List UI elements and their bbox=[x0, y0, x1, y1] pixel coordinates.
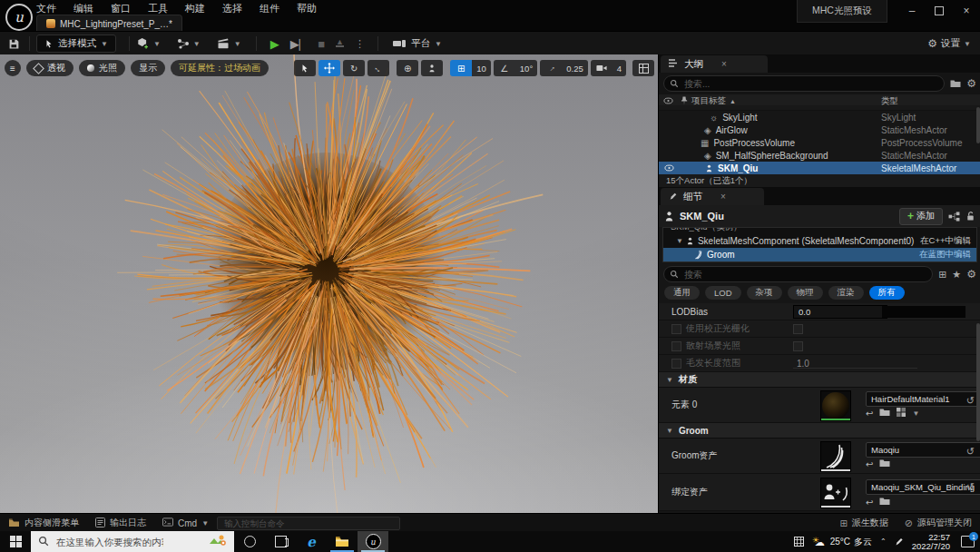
outliner-row-background[interactable]: ◈ SM_HalfSphereBackgroundStaticMeshActor bbox=[659, 149, 980, 162]
component-row-skeletalmesh[interactable]: ▼ SkeletalMeshComponent (SkeletalMeshCom… bbox=[663, 234, 976, 248]
material-thumbnail[interactable] bbox=[820, 390, 851, 421]
reset-to-default-icon[interactable]: ↺ bbox=[966, 481, 975, 493]
camera-speed-icon[interactable] bbox=[591, 60, 612, 76]
menu-tools[interactable]: 工具 bbox=[148, 2, 168, 15]
use-selected-icon[interactable]: ↩ bbox=[866, 459, 873, 469]
show-dropdown[interactable]: 显示 bbox=[131, 60, 165, 76]
grid-snap-value[interactable]: 10 bbox=[472, 60, 491, 76]
internet-explorer-icon[interactable]: e bbox=[296, 531, 327, 552]
view-mode-dropdown[interactable]: 光照 bbox=[79, 60, 125, 76]
rotate-tool-icon[interactable]: ↻ bbox=[343, 60, 365, 76]
details-settings-icon[interactable]: ⚙ bbox=[966, 268, 976, 281]
edit-in-blueprint-link[interactable]: 在蓝图中编辑 bbox=[919, 249, 971, 261]
angle-snap-value[interactable]: 10° bbox=[515, 60, 537, 76]
add-actor-dropdown[interactable]: ▼ bbox=[136, 37, 161, 50]
component-row-instance-clipped[interactable]: SKM_Qiu（实例） bbox=[663, 228, 976, 234]
menu-help[interactable]: 帮助 bbox=[297, 2, 317, 15]
lodbias-input[interactable]: 0.0 bbox=[793, 305, 887, 319]
frame-skip-button[interactable]: ▶▏ bbox=[290, 37, 307, 51]
blueprint-hierarchy-icon[interactable] bbox=[948, 212, 960, 222]
checkbox[interactable] bbox=[671, 341, 681, 351]
groom-asset-thumbnail[interactable] bbox=[820, 441, 851, 472]
cinematics-dropdown[interactable]: ▼ bbox=[217, 38, 241, 50]
maximize-viewport-icon[interactable] bbox=[632, 60, 654, 76]
use-selected-icon[interactable]: ↩ bbox=[866, 498, 873, 508]
eye-icon[interactable] bbox=[664, 164, 674, 172]
binding-asset-select[interactable]: Maoqiu_SKM_Qiu_Binding▼ bbox=[866, 479, 980, 495]
task-view-icon[interactable] bbox=[265, 531, 296, 552]
menu-build[interactable]: 构建 bbox=[185, 2, 205, 15]
browse-to-asset-icon[interactable] bbox=[879, 408, 890, 419]
menu-actor[interactable]: 组件 bbox=[260, 2, 279, 15]
checkbox[interactable] bbox=[793, 341, 803, 351]
ime-icon[interactable] bbox=[794, 537, 804, 547]
derived-data-button[interactable]: ⊞ 派生数据 bbox=[831, 514, 896, 532]
lock-icon[interactable] bbox=[965, 211, 975, 222]
camera-speed-value[interactable]: 4 bbox=[612, 60, 626, 76]
taskbar-clock[interactable]: 22:57 2022/7/20 bbox=[912, 533, 950, 551]
unreal-engine-taskbar-icon[interactable]: u bbox=[358, 531, 388, 552]
component-row-groom[interactable]: Groom 在蓝图中编辑 bbox=[663, 248, 976, 261]
browse-to-asset-icon[interactable] bbox=[879, 458, 890, 469]
filter-rendering[interactable]: 渲染 bbox=[828, 286, 864, 300]
outliner-scrollbar[interactable] bbox=[976, 107, 980, 143]
reset-to-default-icon[interactable]: ↺ bbox=[966, 446, 975, 458]
save-icon[interactable] bbox=[8, 38, 20, 50]
eject-button[interactable]: ▲ bbox=[336, 40, 344, 47]
groom-asset-select[interactable]: Maoqiu▼ bbox=[866, 442, 980, 458]
scalability-warning[interactable]: 可延展性：过场动画 bbox=[171, 60, 269, 76]
blueprints-dropdown[interactable]: ▼ bbox=[177, 38, 201, 49]
grid-snap-icon[interactable]: ⊞ bbox=[450, 60, 472, 76]
menu-edit[interactable]: 编辑 bbox=[74, 2, 93, 15]
angle-snap-icon[interactable]: ∠ bbox=[494, 60, 515, 76]
asset-tab[interactable]: MHC_LightingPreset_P_…* bbox=[36, 15, 182, 32]
tab-outliner[interactable]: 大纲 × bbox=[661, 55, 768, 73]
viewport-menu-icon[interactable]: ≡ bbox=[5, 60, 21, 76]
add-component-button[interactable]: + 添加 bbox=[899, 208, 943, 225]
groom-section-header[interactable]: ▼Groom bbox=[659, 423, 980, 439]
outliner-row-postprocess[interactable]: ▦ PostProcessVolumePostProcessVolume bbox=[659, 136, 980, 149]
file-explorer-icon[interactable] bbox=[327, 531, 358, 552]
filter-misc[interactable]: 杂项 bbox=[747, 286, 782, 300]
binding-asset-thumbnail[interactable] bbox=[820, 478, 851, 508]
reset-to-default-icon[interactable]: ↺ bbox=[966, 395, 975, 407]
use-selected-icon[interactable]: ↩ bbox=[866, 409, 873, 419]
close-button[interactable]: × bbox=[953, 0, 980, 22]
menu-select[interactable]: 选择 bbox=[222, 2, 242, 15]
checkbox[interactable] bbox=[671, 324, 681, 334]
lodbias-slider[interactable] bbox=[882, 306, 965, 318]
restore-button[interactable] bbox=[926, 0, 953, 22]
material-select[interactable]: HairDefaultMaterial1▼ bbox=[866, 391, 980, 407]
favorites-icon[interactable]: ★ bbox=[952, 269, 961, 281]
stop-button[interactable]: ■ bbox=[318, 37, 325, 51]
world-space-icon[interactable]: ⊕ bbox=[397, 60, 418, 76]
select-tool-icon[interactable] bbox=[294, 60, 316, 76]
scale-tool-icon[interactable]: ↔ bbox=[368, 60, 389, 76]
material-options-icon[interactable] bbox=[897, 408, 906, 419]
visibility-column-icon[interactable] bbox=[659, 97, 677, 104]
surface-snap-icon[interactable] bbox=[421, 60, 443, 76]
outliner-search-input[interactable] bbox=[663, 75, 945, 92]
play-button[interactable]: ▶ bbox=[270, 37, 279, 51]
perspective-dropdown[interactable]: 透视 bbox=[26, 60, 74, 76]
console-command-input[interactable] bbox=[217, 517, 400, 530]
hair-length-value[interactable]: 1.0 bbox=[797, 359, 809, 369]
select-mode-dropdown[interactable]: 选择模式 ▼ bbox=[36, 34, 116, 53]
content-drawer-button[interactable]: 内容侧滑菜单 bbox=[0, 514, 87, 532]
materials-section-header[interactable]: ▼材质 bbox=[659, 372, 980, 388]
filter-general[interactable]: 通用 bbox=[664, 286, 700, 300]
notification-center-icon[interactable]: 1 bbox=[961, 536, 975, 547]
news-weather-icon[interactable] bbox=[209, 534, 227, 550]
create-folder-icon[interactable] bbox=[950, 79, 961, 88]
checkbox[interactable] bbox=[671, 359, 681, 369]
filter-lod[interactable]: LOD bbox=[705, 286, 741, 300]
source-control-button[interactable]: ⊘ 源码管理关闭 bbox=[897, 514, 980, 532]
settings-dropdown[interactable]: ⚙ 设置 ▼ bbox=[927, 37, 971, 50]
display-filter-icon[interactable]: ⊞ bbox=[938, 269, 946, 281]
pin-column-icon[interactable] bbox=[677, 96, 691, 105]
start-button[interactable] bbox=[0, 531, 31, 552]
taskbar-search-box[interactable] bbox=[31, 531, 234, 552]
play-options-icon[interactable]: ⋮ bbox=[355, 38, 365, 50]
cmd-dropdown[interactable]: Cmd▼ bbox=[154, 514, 217, 532]
outliner-row-skm-qiu[interactable]: SKM_QiuSkeletalMeshActor bbox=[659, 162, 980, 174]
